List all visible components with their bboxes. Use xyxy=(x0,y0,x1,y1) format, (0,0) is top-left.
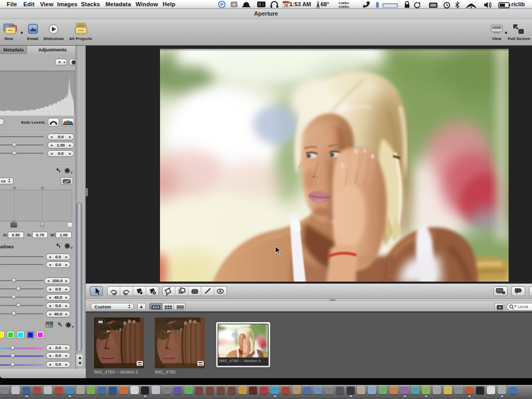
svg-text:0.0KB/s: 0.0KB/s xyxy=(339,5,349,8)
svg-text:P: P xyxy=(220,2,223,7)
svg-text:26: 26 xyxy=(284,4,288,7)
svg-text:0.0KB/s: 0.0KB/s xyxy=(339,2,349,5)
